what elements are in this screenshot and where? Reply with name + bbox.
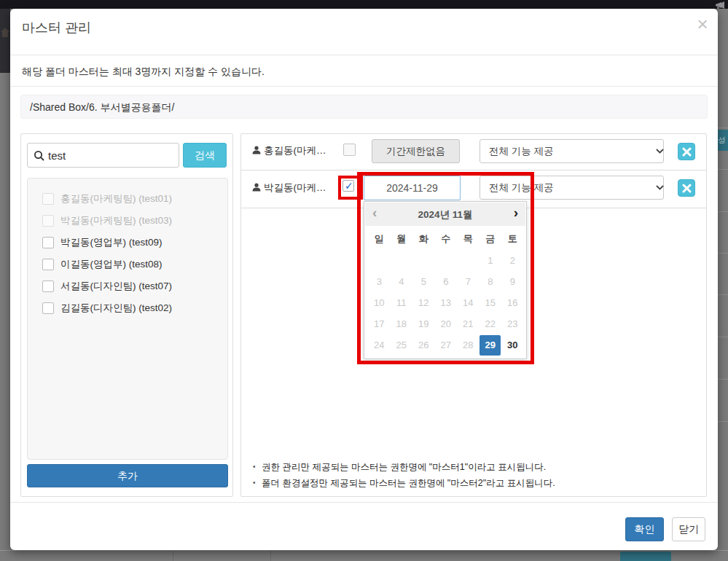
- remove-master-button[interactable]: [678, 179, 695, 197]
- user-checkbox[interactable]: [42, 193, 54, 205]
- calendar-day-disabled: 21: [458, 314, 479, 334]
- calendar-grid: 1234567891011121314151617181920212223242…: [368, 250, 524, 356]
- folder-path: /Shared Box/6. 부서별공용폴더/: [30, 101, 174, 114]
- calendar-day-disabled: 11: [391, 293, 412, 313]
- calendar-day-disabled: 2: [502, 251, 523, 271]
- notes: 권한 관리만 제공되는 마스터는 권한명에 "마스터1"이라고 표시됩니다.폴더…: [253, 459, 690, 491]
- calendar-day[interactable]: 30: [502, 335, 523, 356]
- calendar-day-disabled: 5: [413, 272, 434, 292]
- user-checkbox[interactable]: [42, 280, 54, 292]
- calendar-day-disabled: 13: [435, 293, 456, 313]
- calendar-month-title: 2024년 11월: [365, 208, 525, 221]
- dialog-title: 마스터 관리: [22, 19, 91, 36]
- note-line: 폴더 환경설정만 제공되는 마스터는 권한명에 "마스터2"라고 표시됩니다.: [253, 475, 690, 491]
- weekday-label: 수: [441, 232, 450, 246]
- weekday-label: 목: [463, 232, 473, 246]
- background-sidebar: [0, 9, 10, 73]
- calendar-day-disabled: 18: [391, 314, 412, 334]
- user-list-item[interactable]: 김길동(디자인팀) (test02): [28, 297, 227, 319]
- user-search-panel: 검색 홍길동(마케팅팀) (test01) 박길동(마케팅팀) (test03)…: [20, 133, 233, 497]
- master-name: 홍길동(마케…: [264, 144, 326, 157]
- dialog-subtitle: 해당 폴더 마스터는 최대 3명까지 지정할 수 있습니다.: [22, 66, 265, 79]
- search-input[interactable]: [48, 144, 176, 166]
- remove-master-button[interactable]: [678, 143, 695, 160]
- calendar-day-disabled: 9: [502, 272, 523, 292]
- close-icon[interactable]: ×: [692, 15, 713, 35]
- calendar-day-disabled: 17: [369, 314, 390, 334]
- user-checkbox[interactable]: [42, 259, 54, 270]
- calendar-day-disabled: 20: [435, 314, 456, 334]
- search-box: [27, 143, 179, 168]
- master-name: 박길동(마케…: [264, 181, 326, 195]
- calendar-day-disabled: 15: [480, 293, 501, 313]
- permission-select-value: 전체 기능 제공: [489, 145, 554, 158]
- calendar-day-selected[interactable]: 29: [480, 335, 501, 356]
- weekday-label: 금: [485, 232, 495, 246]
- user-list-item[interactable]: 이길동(영업부) (test08): [28, 254, 227, 275]
- permission-select[interactable]: 전체 기능 제공: [480, 176, 664, 200]
- weekday-label: 월: [396, 232, 406, 246]
- user-label: 박길동(영업부) (test09): [60, 236, 163, 249]
- background-table-edge: 성: [718, 9, 728, 550]
- calendar-day-disabled: 25: [391, 335, 412, 356]
- user-list-item[interactable]: 박길동(영업부) (test09): [28, 232, 227, 254]
- calendar-day-disabled: 16: [502, 293, 523, 313]
- user-label: 이길동(영업부) (test08): [60, 258, 163, 271]
- calendar-day-disabled: 4: [391, 272, 412, 292]
- divider: [10, 502, 718, 503]
- date-picker-calendar: ‹ 2024년 11월 › 일월화수목금토 123456789101112131…: [364, 201, 527, 359]
- calendar-day-disabled: 19: [413, 314, 434, 334]
- calendar-day-disabled: 3: [369, 272, 390, 292]
- row-divider: [241, 170, 706, 170]
- expiry-date-field: [364, 176, 461, 200]
- calendar-header: ‹ 2024년 11월 ›: [365, 203, 525, 226]
- no-period-limit-button[interactable]: 기간제한없음: [372, 139, 460, 163]
- confirm-button[interactable]: 확인: [625, 517, 664, 541]
- calendar-day-disabled: 6: [435, 272, 456, 292]
- permission-select[interactable]: 전체 기능 제공: [480, 139, 664, 163]
- calendar-day-empty: [435, 251, 456, 271]
- expiry-date-input[interactable]: [364, 177, 460, 199]
- calendar-day-disabled: 14: [458, 293, 479, 313]
- weekday-label: 토: [508, 232, 517, 246]
- background-topbar: [0, 0, 728, 9]
- user-list-item[interactable]: 박길동(마케팅팀) (test03): [28, 210, 227, 232]
- calendar-day-empty: [413, 251, 434, 271]
- calendar-day-disabled: 22: [480, 314, 501, 334]
- home-icon: [0, 26, 9, 41]
- cancel-button[interactable]: 닫기: [672, 517, 705, 541]
- note-line: 권한 관리만 제공되는 마스터는 권한명에 "마스터1"이라고 표시됩니다.: [253, 459, 690, 475]
- user-checkbox[interactable]: [42, 302, 54, 314]
- user-list-item[interactable]: 서길동(디자인팀) (test07): [28, 275, 227, 297]
- calendar-day-disabled: 23: [502, 314, 523, 334]
- calendar-weekdays: 일월화수목금토: [368, 232, 524, 246]
- weekday-label: 화: [419, 232, 428, 246]
- calendar-next-icon[interactable]: ›: [514, 205, 518, 221]
- permission-select-value: 전체 기능 제공: [489, 181, 554, 195]
- user-label: 홍길동(마케팅팀) (test01): [60, 192, 172, 205]
- person-icon: [252, 183, 261, 192]
- master-checkbox-checked[interactable]: [343, 180, 354, 192]
- background-teal-button: [620, 552, 671, 561]
- user-checkbox[interactable]: [42, 215, 54, 227]
- user-label: 박길동(마케팅팀) (test03): [60, 214, 172, 227]
- calendar-day-disabled: 8: [480, 272, 501, 292]
- user-checkbox[interactable]: [42, 237, 54, 248]
- weekday-label: 일: [375, 232, 384, 246]
- calendar-day-disabled: 7: [458, 272, 479, 292]
- search-button[interactable]: 검색: [183, 143, 227, 168]
- add-button[interactable]: 추가: [27, 464, 228, 487]
- user-list-item[interactable]: 홍길동(마케팅팀) (test01): [28, 188, 227, 210]
- master-checkbox[interactable]: [343, 144, 356, 156]
- calendar-day-disabled: 12: [413, 293, 434, 313]
- user-list: 홍길동(마케팅팀) (test01) 박길동(마케팅팀) (test03) 박길…: [27, 178, 228, 460]
- user-label: 서길동(디자인팀) (test07): [60, 280, 172, 293]
- calendar-day-disabled: 28: [458, 335, 479, 356]
- divider: [10, 86, 718, 87]
- calendar-day-disabled: 1: [480, 251, 501, 271]
- calendar-day-empty: [369, 251, 390, 271]
- calendar-day-empty: [458, 251, 479, 271]
- background-bottom: [0, 550, 728, 561]
- user-label: 김길동(디자인팀) (test02): [60, 302, 172, 315]
- calendar-day-disabled: 24: [369, 335, 390, 356]
